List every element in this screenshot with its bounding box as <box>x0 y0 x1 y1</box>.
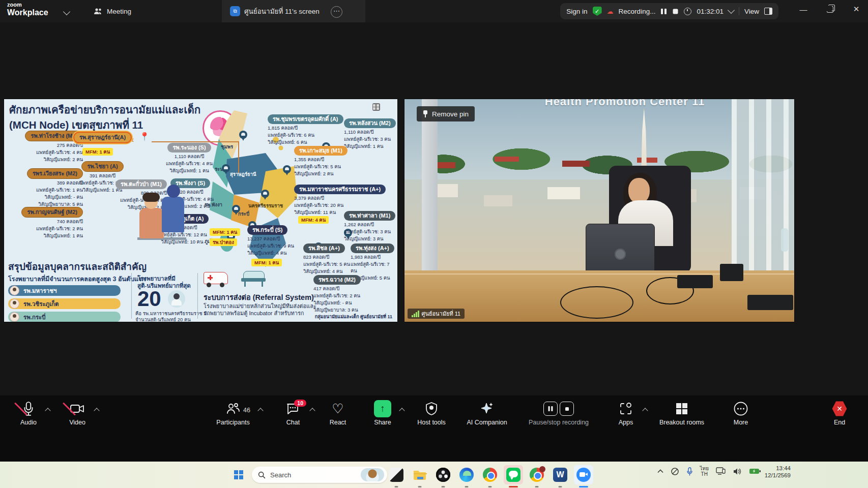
security-shield-icon[interactable]: ✓ <box>593 7 602 16</box>
apps-icon <box>619 400 633 418</box>
desk-equipment <box>747 295 793 310</box>
stop-recording-icon[interactable] <box>672 8 679 15</box>
apps-button[interactable]: Apps <box>601 400 650 426</box>
water-bottle <box>781 228 788 252</box>
apps-label: Apps <box>619 419 633 426</box>
start-button[interactable] <box>229 465 248 484</box>
audio-label: Audio <box>20 419 37 426</box>
more-ellipsis-icon <box>733 400 748 418</box>
hospital-stat: 1,983 คลอด/ปี <box>351 254 397 260</box>
video-options-chevron[interactable] <box>95 406 99 415</box>
taskbar-app-chrome-profile2[interactable] <box>527 465 546 484</box>
participants-button[interactable]: 46 Participants <box>202 400 264 426</box>
breakout-rooms-button[interactable]: Breakout rooms <box>650 400 713 426</box>
hospital-pill: รพ.กาญจนดิษฐ์ (M2) <box>21 207 83 218</box>
pause-recording-icon[interactable] <box>660 8 667 15</box>
apps-chevron[interactable] <box>643 406 647 415</box>
taskbar-app-edge[interactable] <box>457 465 476 484</box>
battery-icon[interactable] <box>749 468 761 475</box>
view-layout-icon[interactable] <box>764 8 772 15</box>
taskbar-app-word[interactable]: W <box>551 465 570 484</box>
pin-icon <box>423 110 428 117</box>
shield-icon <box>425 400 438 418</box>
taskbar-search[interactable]: Search <box>252 467 387 483</box>
participants-chevron[interactable] <box>258 406 263 415</box>
tab-more-options-button[interactable]: ⋯ <box>331 6 342 18</box>
end-button[interactable]: ✕ End <box>815 400 864 426</box>
tab-meeting[interactable]: Meeting <box>85 0 139 22</box>
host-tools-label: Host tools <box>417 419 446 426</box>
share-chevron[interactable] <box>400 406 404 415</box>
referral-text: รถพยาบาลพร้อมตู้ Incubator สำหรับทารก <box>204 309 304 318</box>
react-button[interactable]: ♡ React <box>313 400 362 426</box>
taskbar-app-photos[interactable] <box>387 465 406 484</box>
share-button[interactable]: ↑ Share <box>358 400 407 426</box>
hospital-stat: 823 คลอด/ปี <box>303 254 352 260</box>
hospital-stat: วิสัญญีแพทย์: 4 คน <box>303 268 352 274</box>
mfm-tag: MFM: 1 คน <box>210 228 240 236</box>
ai-companion-button[interactable]: AI Companion <box>459 400 515 426</box>
hospital-card: รพ.สิชล (A+)823 คลอด/ปีแพทย์สูติ-นรีเวช:… <box>303 243 352 274</box>
display-cast-icon[interactable] <box>716 467 726 475</box>
sign-in-button[interactable]: Sign in <box>566 8 587 15</box>
do-not-disturb-icon[interactable] <box>671 467 679 476</box>
hospital-stat: แพทย์สูติ-นรีเวช: 1 คน <box>4 187 83 193</box>
participants-label: Participants <box>216 419 249 426</box>
hospital-stat: วิสัญญีแพทย์: - คน <box>4 194 83 200</box>
logo-line2: Workplace <box>7 9 48 17</box>
audio-button[interactable]: Audio <box>4 400 53 426</box>
expand-icon[interactable] <box>372 103 380 111</box>
pause-stop-icons <box>542 400 575 418</box>
participants-count: 46 <box>243 407 250 414</box>
shared-screen-panel[interactable]: ศักยภาพเครือข่ายบริการอนามัยแม่และเด็ก (… <box>4 99 397 322</box>
desk-equipment <box>720 264 743 281</box>
taskbar-app-zoom[interactable] <box>574 465 593 484</box>
hospital-pill: รพ.เกาะสมุย (M1) <box>294 146 348 156</box>
restore-button[interactable] <box>818 0 842 18</box>
pause-stop-recording-button[interactable]: Pause/stop recording <box>518 400 599 426</box>
windows-taskbar: Search W ไทยTH 13:44 12/1/2569 <box>0 462 868 488</box>
chat-button[interactable]: 10 Chat <box>269 400 317 426</box>
sparkle-icon <box>479 400 495 418</box>
tab-meeting-label: Meeting <box>107 8 131 15</box>
timer-chevron-icon[interactable] <box>728 7 735 14</box>
hospital-stat: 13,237 คลอด/ปี <box>247 235 313 242</box>
hospital-pill: รพ.ทุ่งสง (A+) <box>351 243 394 253</box>
logo-line1: zoom <box>7 2 48 8</box>
video-button[interactable]: Video <box>53 400 102 426</box>
minimize-button[interactable]: — <box>792 0 815 18</box>
close-button[interactable]: ✕ <box>845 0 868 18</box>
taskbar-app-obs[interactable] <box>433 465 453 484</box>
remove-pin-button[interactable]: Remove pin <box>417 106 475 121</box>
audio-options-chevron[interactable] <box>46 406 50 415</box>
desk-equipment <box>677 275 713 288</box>
hospital-stat: 389 คลอด/ปี <box>4 179 83 186</box>
taskbar-app-line[interactable] <box>504 465 523 484</box>
remove-pin-label: Remove pin <box>432 110 469 118</box>
zoom-workplace-window: zoom Workplace Meeting ⧉ ศูนย์อนามัยที่ … <box>0 0 868 488</box>
system-tray: ไทยTH <box>657 466 761 477</box>
hospital-pill: รพ.ท่าศาลา (M1) <box>344 211 395 221</box>
chevron-down-icon[interactable] <box>63 8 70 15</box>
pinned-video-tile[interactable]: Health Promotion Center 11 Remove pin ศู… <box>404 99 794 322</box>
hospital-stat: 1,262 คลอด/ปี <box>344 221 396 228</box>
taskbar-app-chrome[interactable] <box>480 465 500 484</box>
language-indicator[interactable]: ไทยTH <box>700 466 709 477</box>
volume-icon[interactable] <box>733 468 742 475</box>
more-button[interactable]: More <box>716 400 765 426</box>
screen-share-icon: ⧉ <box>230 6 240 16</box>
tray-microphone-icon[interactable] <box>686 467 693 476</box>
mfm-tag: MFM: 1 คน <box>251 259 282 266</box>
tab-screen-share[interactable]: ⧉ ศูนย์อนามัยที่ 11's screen <box>222 0 365 22</box>
hospital-pill: รพ.ชุมพรเขตรอุดมศักดิ์ (A) <box>268 114 343 124</box>
taskbar-clock[interactable]: 13:44 12/1/2569 <box>765 465 791 479</box>
divider <box>739 7 739 15</box>
hospital-card: รพ.ระนอง (S)1,110 คลอด/ปีแพทย์สูติ-นรีเว… <box>159 143 219 174</box>
view-button[interactable]: View <box>744 8 759 15</box>
host-tools-button[interactable]: Host tools <box>407 400 456 426</box>
tray-chevron-icon[interactable] <box>657 469 663 473</box>
hospital-stat: 3,379 คลอด/ปี <box>294 195 397 201</box>
hospital-stat: แพทย์สูติ-นรีเวช: 5 คน <box>294 163 363 170</box>
mfm-tag: รพ.ป่าตอง <box>210 238 237 246</box>
taskbar-app-file-explorer[interactable] <box>410 465 429 484</box>
